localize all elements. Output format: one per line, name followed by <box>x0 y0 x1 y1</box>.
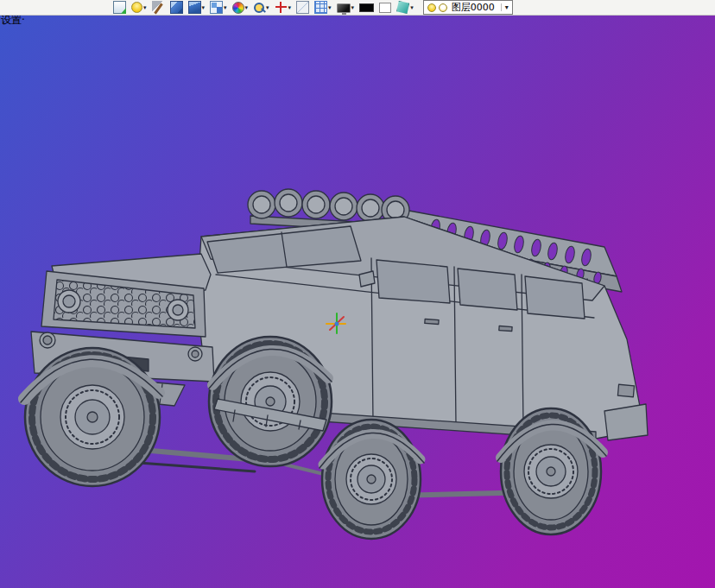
render-button[interactable]: ▾ <box>129 0 149 15</box>
layer-name-label: 图层0000 <box>450 1 497 14</box>
color-wheel-button[interactable]: ▾ <box>230 0 251 15</box>
surface-shade-button[interactable]: ▾ <box>394 0 416 15</box>
toolbar: ▾ ▾ ▾ ▾ ▾ ▾ ▾ ▾ ▾ 图层0000 ▾ <box>0 0 715 16</box>
grid-icon <box>314 1 327 14</box>
chevron-down-icon[interactable]: ▾ <box>288 4 292 11</box>
material-tool-button[interactable] <box>149 0 168 15</box>
assembly-button[interactable]: ▾ <box>207 0 230 15</box>
display-mode-button[interactable]: ▾ <box>334 0 358 15</box>
settings-label: 设置· <box>1 16 25 28</box>
paste-icon <box>113 1 126 14</box>
grid-snap-button[interactable]: ▾ <box>312 0 334 15</box>
axe-icon <box>152 1 165 14</box>
black-swatch-icon <box>359 3 374 12</box>
chevron-down-icon[interactable]: ▾ <box>328 4 332 11</box>
surface-icon <box>396 1 409 14</box>
lightbulb-icon <box>131 2 142 13</box>
layer-control[interactable]: 图层0000 ▾ <box>423 0 513 15</box>
chevron-down-icon[interactable]: ▾ <box>410 4 414 11</box>
sketch-icon <box>296 1 309 14</box>
chevron-down-icon[interactable]: ▾ <box>143 4 147 11</box>
cube-icon <box>170 1 183 14</box>
solid-cube-button[interactable] <box>168 0 186 15</box>
chevron-down-icon[interactable]: ▾ <box>245 4 249 11</box>
solid-box-button[interactable]: ▾ <box>186 0 208 15</box>
suv-model[interactable] <box>21 189 648 539</box>
paste-special-button[interactable] <box>111 0 129 15</box>
chevron-down-icon[interactable]: ▾ <box>266 4 269 11</box>
model-canvas[interactable] <box>0 16 715 588</box>
color-wheel-icon <box>232 2 244 14</box>
chevron-down-icon[interactable]: ▾ <box>501 3 509 11</box>
magnifier-icon <box>253 2 265 14</box>
layer-light-bulb-icon[interactable] <box>439 3 447 12</box>
chassis-axles <box>104 443 539 497</box>
boxes-icon <box>210 1 223 14</box>
sketch-plane-button[interactable] <box>294 0 312 15</box>
target-point-button[interactable]: ▾ <box>272 0 294 15</box>
crosshair-icon <box>275 1 288 14</box>
chevron-down-icon[interactable]: ▾ <box>351 4 355 11</box>
box-icon <box>188 1 201 14</box>
3d-viewport[interactable]: 设置· <box>0 16 715 588</box>
layer-visibility-bulb-icon[interactable] <box>427 3 436 12</box>
chevron-down-icon[interactable]: ▾ <box>202 4 206 11</box>
black-swatch-button[interactable] <box>357 0 376 15</box>
white-swatch-button[interactable] <box>376 0 394 15</box>
white-swatch-icon <box>379 3 391 13</box>
toolbar-spacer <box>0 7 111 8</box>
zoom-button[interactable]: ▾ <box>250 0 272 15</box>
wheel-front-left <box>25 348 160 486</box>
monitor-icon <box>337 3 351 13</box>
chevron-down-icon[interactable]: ▾ <box>224 4 227 11</box>
